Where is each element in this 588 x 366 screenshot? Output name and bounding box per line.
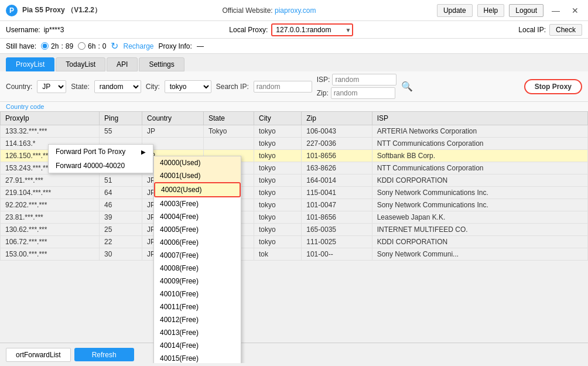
city-select[interactable]: tokyo — [165, 80, 211, 93]
tab-api[interactable]: API — [107, 57, 138, 71]
cell-ip: 92.202.***.*** — [1, 199, 100, 211]
cell-city: tokyo — [254, 236, 302, 248]
table-row[interactable]: 106.72.***.***22JPtokyo111-0025KDDI CORP… — [1, 236, 588, 248]
minimize-button[interactable]: — — [548, 6, 563, 15]
6h-count: 0 — [102, 42, 107, 50]
state-select[interactable]: random — [94, 80, 141, 93]
port-item[interactable]: 40011(Free) — [154, 300, 241, 313]
cell-ip: 219.104.***.*** — [1, 187, 100, 199]
table-row[interactable]: 219.104.***.***64JPtokyo115-0041Sony Net… — [1, 187, 588, 199]
proxy-dropdown-arrow-icon[interactable]: ▼ — [345, 26, 351, 33]
search-ip-label: Search IP: — [216, 83, 249, 91]
port-item[interactable]: 40000(Used) — [154, 156, 241, 169]
cell-zip: 101-8656 — [302, 211, 372, 224]
tab-proxy-list[interactable]: ProxyList — [6, 57, 54, 71]
bottom-bar: ortForwardList Refresh — [0, 343, 588, 366]
port-item[interactable]: 40004(Free) — [154, 210, 241, 223]
isp-input[interactable] — [332, 74, 396, 85]
6h-label: 6h — [88, 42, 95, 50]
cell-state — [204, 138, 254, 150]
port-item[interactable]: 40010(Free) — [154, 288, 241, 300]
search-ip-input[interactable] — [254, 81, 312, 93]
context-menu-forward-port[interactable]: Forward Port To Proxy — [49, 145, 153, 159]
proxy-input-wrapper: ▼ — [271, 23, 353, 36]
isp-zip-section: ISP: Zip: — [317, 74, 397, 99]
cell-zip: 164-0014 — [302, 175, 372, 187]
title-bar: P Pia S5 Proxy （V1.2.2） Official Website… — [0, 0, 588, 21]
table-row[interactable]: 133.32.***.***55JPTokyotokyo106-0043ARTE… — [1, 125, 588, 138]
cell-isp: Sony Network Communications Inc. — [372, 187, 587, 199]
table-row[interactable]: 92.202.***.***46JPtokyo101-0047Sony Netw… — [1, 199, 588, 211]
radio-2h[interactable]: 2h: 89 — [41, 42, 73, 50]
cell-ping: 22 — [100, 236, 142, 248]
table-row[interactable]: 23.81.***.***39JPtokyo101-8656Leaseweb J… — [1, 211, 588, 224]
still-have-label: Still have: — [6, 42, 36, 50]
update-button[interactable]: Update — [437, 4, 473, 17]
port-item[interactable]: 40005(Free) — [154, 223, 241, 236]
cell-ping: 30 — [100, 248, 142, 261]
export-forward-list-button[interactable]: ortForwardList — [6, 348, 71, 362]
state-label: State: — [71, 83, 89, 91]
logout-button[interactable]: Logout — [509, 4, 543, 17]
table-row[interactable]: 153.00.***.***30JPtok101-00--Sony Networ… — [1, 248, 588, 261]
port-item[interactable]: 40009(Free) — [154, 275, 241, 288]
port-item[interactable]: 40015(Free) — [154, 352, 241, 363]
refresh-button[interactable]: Refresh — [74, 348, 134, 361]
tab-today-list[interactable]: TodayList — [56, 57, 105, 71]
cell-zip: 101-0047 — [302, 199, 372, 211]
port-item[interactable]: 40012(Free) — [154, 313, 241, 326]
cell-zip: 111-0025 — [302, 236, 372, 248]
proxy-info-value: — — [197, 42, 204, 50]
port-item[interactable]: 40013(Free) — [154, 326, 241, 339]
port-item[interactable]: 40003(Free) — [154, 197, 241, 210]
cell-ip: 27.91.***.*** — [1, 175, 100, 187]
radio-6h[interactable]: 6h: 0 — [78, 42, 106, 50]
country-label: Country: — [6, 83, 32, 91]
cell-city: tokyo — [254, 199, 302, 211]
header-isp: ISP — [372, 112, 587, 125]
cell-ping: 46 — [100, 199, 142, 211]
help-button[interactable]: Help — [477, 4, 505, 17]
cell-isp: ARTERIA Networks Corporation — [372, 125, 587, 138]
cell-city: tok — [254, 248, 302, 261]
tab-settings[interactable]: Settings — [139, 57, 184, 71]
title-bar-right: Update Help Logout — ✕ — [437, 4, 582, 17]
port-item[interactable]: 40008(Free) — [154, 262, 241, 275]
recharge-link[interactable]: Recharge — [123, 42, 153, 50]
cell-zip: 101-00-- — [302, 248, 372, 261]
cell-ip: 133.32.***.*** — [1, 125, 100, 138]
cell-city: tokyo — [254, 150, 302, 162]
proxy-address-input[interactable] — [271, 23, 353, 36]
cell-city: tokyo — [254, 175, 302, 187]
country-select[interactable]: JP — [37, 80, 66, 93]
cell-ip: 23.81.***.*** — [1, 211, 100, 224]
filter-bar: Country: JP State: random City: tokyo Se… — [0, 71, 588, 102]
nav-tabs: ProxyList TodayList API Settings — [0, 54, 588, 71]
port-item[interactable]: 40007(Free) — [154, 249, 241, 262]
check-button[interactable]: Check — [549, 24, 582, 36]
stop-proxy-button[interactable]: Stop Proxy — [524, 79, 582, 94]
cell-isp: Softbank BB Corp. — [372, 150, 587, 162]
port-item[interactable]: 40014(Free) — [154, 339, 241, 352]
username-value: ip****3 — [44, 26, 64, 34]
cell-state: Tokyo — [204, 125, 254, 138]
official-website-label: Official Website: — [222, 6, 272, 15]
refresh-icon[interactable]: ↻ — [111, 40, 118, 52]
close-button[interactable]: ✕ — [568, 6, 582, 15]
country-code-link[interactable]: Country code — [6, 103, 44, 110]
cell-isp: Sony Network Communi... — [372, 248, 587, 261]
header-state: State — [204, 112, 254, 125]
header-city: City — [254, 112, 302, 125]
search-button[interactable]: 🔍 — [401, 81, 413, 92]
table-row[interactable]: 130.62.***.***25JPtokyo165-0035INTERNET … — [1, 224, 588, 236]
port-item[interactable]: 40002(Used) — [154, 182, 241, 197]
table-row[interactable]: 27.91.***.***51JPtokyo164-0014KDDI CORPO… — [1, 175, 588, 187]
official-website-link[interactable]: piaproxy.com — [275, 6, 316, 15]
header-proxy-ip: ProxyIp — [1, 112, 100, 125]
table-header-row: ProxyIp Ping Country State City Zip ISP — [1, 112, 588, 125]
cell-zip: 115-0041 — [302, 187, 372, 199]
zip-input[interactable] — [331, 87, 395, 99]
context-menu-forward-range[interactable]: Forward 40000-40020 — [49, 159, 153, 173]
port-item[interactable]: 40001(Used) — [154, 169, 241, 182]
port-item[interactable]: 40006(Free) — [154, 236, 241, 249]
